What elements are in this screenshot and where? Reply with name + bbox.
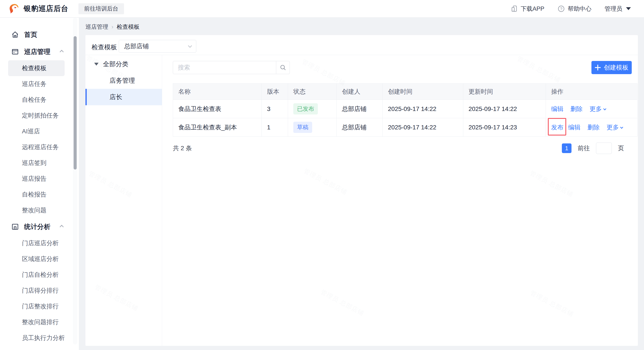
sidebar-item-store-self-check-analysis[interactable]: 门店自检分析 — [0, 267, 79, 283]
cell-created-at: 2025-09-17 14:22 — [383, 118, 463, 137]
table-row: 食品卫生检查表_副本 1 草稿 总部店铺 2025-09-17 14:22 20… — [173, 118, 638, 137]
chevron-up-icon — [60, 50, 64, 54]
edit-action[interactable]: 编辑 — [551, 105, 564, 113]
delete-action[interactable]: 删除 — [570, 105, 583, 113]
tree-node-label: 全部分类 — [103, 60, 128, 69]
cell-name: 食品卫生检查表_副本 — [173, 118, 262, 137]
tree-node-store-manager[interactable]: 店长 — [86, 89, 162, 105]
col-version: 版本 — [262, 84, 288, 100]
col-actions: 操作 — [546, 84, 638, 100]
delete-action[interactable]: 删除 — [588, 123, 600, 132]
breadcrumb-separator: › — [112, 24, 114, 30]
sidebar-scrollbar-track — [73, 18, 77, 344]
col-name: 名称 — [173, 84, 262, 100]
sidebar-scrollbar-thumb[interactable] — [74, 36, 77, 169]
col-updated-at: 更新时间 — [463, 84, 546, 100]
sidebar-item-self-check-tasks[interactable]: 自检任务 — [0, 92, 79, 108]
sidebar-section-store-patrol[interactable]: 巡店管理 — [0, 43, 79, 60]
main-content: 巡店管理 › 检查模板 检查模板 总部店铺 全部分类 店务管理 店长 — [79, 18, 644, 350]
help-center-button[interactable]: ? 帮助中心 — [558, 5, 592, 13]
templates-table: 名称 版本 状态 创建人 创建时间 更新时间 操作 食品卫生检查表 3 — [173, 83, 637, 137]
search-input[interactable] — [173, 61, 276, 74]
sidebar-item-patrol-checkin[interactable]: 巡店签到 — [0, 155, 79, 171]
more-action[interactable]: 更多 — [606, 123, 623, 132]
download-app-label: 下载APP — [521, 5, 544, 13]
chevron-down-icon — [603, 107, 606, 110]
pagination: 共 2 条 1 前往 页 — [173, 142, 624, 154]
chevron-down-icon — [188, 44, 192, 48]
search-icon — [280, 64, 286, 71]
pager-controls: 1 前往 页 — [562, 142, 624, 154]
sidebar-item-store-score-ranking[interactable]: 门店得分排行 — [0, 283, 79, 298]
sidebar-item-employee-execution-analysis[interactable]: 员工执行力分析 — [0, 330, 79, 346]
sidebar-item-ai-patrol[interactable]: AI巡店 — [0, 123, 79, 139]
sidebar-item-patrol-reports[interactable]: 巡店报告 — [0, 171, 79, 187]
sidebar-item-store-rectification-ranking[interactable]: 门店整改排行 — [0, 298, 79, 314]
breadcrumb-current: 检查模板 — [117, 23, 140, 31]
app-logo-leopard-icon — [8, 3, 20, 15]
window-panel-icon — [12, 48, 19, 56]
sidebar-item-check-templates[interactable]: 检查模板 — [8, 60, 64, 76]
caret-down-icon — [626, 7, 631, 10]
table-row: 食品卫生检查表 3 已发布 总部店铺 2025-09-17 14:22 2025… — [173, 100, 638, 118]
template-list-pane: 创建模板 名称 版本 状态 创建人 创建时间 — [162, 55, 638, 346]
header-right-group: 下载APP ? 帮助中心 管理员 — [511, 5, 631, 13]
help-center-label: 帮助中心 — [568, 5, 592, 13]
cell-updated-at: 2025-09-17 14:23 — [463, 118, 546, 137]
go-training-backend-button[interactable]: 前往培训后台 — [78, 3, 124, 14]
sidebar-item-patrol-tasks[interactable]: 巡店任务 — [0, 76, 79, 92]
sidebar-item-region-patrol-analysis[interactable]: 区域巡店分析 — [0, 251, 79, 267]
col-creator: 创建人 — [337, 84, 383, 100]
svg-text:?: ? — [560, 7, 562, 11]
sidebar-item-timed-capture-tasks[interactable]: 定时抓拍任务 — [0, 108, 79, 123]
store-select[interactable]: 总部店铺 — [119, 40, 196, 53]
sidebar-item-remote-patrol-tasks[interactable]: 远程巡店任务 — [0, 139, 79, 155]
content-card: 检查模板 总部店铺 全部分类 店务管理 店长 — [86, 35, 638, 346]
sidebar-item-rectification-issue-ranking[interactable]: 整改问题排行 — [0, 314, 79, 330]
create-template-button[interactable]: 创建模板 — [592, 61, 632, 74]
cell-creator: 总部店铺 — [337, 118, 383, 137]
sidebar-item-label: 巡店管理 — [24, 47, 50, 56]
question-circle-icon: ? — [558, 5, 565, 13]
chevron-down-icon — [620, 125, 623, 128]
cell-updated-at: 2025-09-17 14:22 — [463, 100, 546, 118]
goto-page-input[interactable] — [596, 142, 612, 154]
cell-version: 1 — [262, 118, 288, 137]
category-tree: 全部分类 店务管理 店长 — [86, 55, 162, 346]
sidebar-item-home[interactable]: 首页 — [0, 26, 79, 43]
sidebar-item-label: 统计分析 — [24, 222, 50, 231]
table-header-row: 名称 版本 状态 创建人 创建时间 更新时间 操作 — [173, 84, 638, 100]
sidebar-section-statistics[interactable]: 统计分析 — [0, 218, 79, 235]
cell-version: 3 — [262, 100, 288, 118]
tree-node-all-categories[interactable]: 全部分类 — [86, 56, 162, 72]
sidebar-item-store-patrol-analysis[interactable]: 门店巡店分析 — [0, 235, 79, 251]
cell-actions: 发布 编辑 删除 更多 — [546, 118, 638, 137]
create-template-label: 创建模板 — [604, 63, 628, 72]
top-header: 银豹巡店后台 前往培训后台 下载APP ? 帮助中心 管理员 — [0, 0, 644, 18]
cell-created-at: 2025-09-17 14:22 — [383, 100, 463, 118]
sidebar-item-rectification-issues[interactable]: 整改问题 — [0, 202, 79, 218]
plus-icon — [595, 65, 601, 70]
publish-action[interactable]: 发布 — [551, 123, 564, 132]
edit-action[interactable]: 编辑 — [568, 123, 580, 132]
store-select-value: 总部店铺 — [124, 42, 149, 50]
account-menu[interactable]: 管理员 — [604, 5, 631, 13]
sidebar-item-self-check-reports[interactable]: 自检报告 — [0, 187, 79, 202]
search-button[interactable] — [276, 61, 290, 74]
sidebar-item-label: 首页 — [24, 30, 37, 39]
sidebar-nav: 首页 巡店管理 检查模板 巡店任务 自检任务 定时抓拍任务 AI巡店 远程巡店任… — [0, 18, 79, 350]
tree-node-store-affairs[interactable]: 店务管理 — [86, 72, 162, 89]
account-name: 管理员 — [604, 5, 622, 13]
total-count: 共 2 条 — [173, 144, 192, 152]
breadcrumb-parent[interactable]: 巡店管理 — [86, 23, 108, 31]
status-badge-published: 已发布 — [293, 103, 318, 114]
goto-label: 前往 — [578, 144, 590, 152]
col-status: 状态 — [288, 84, 337, 100]
chart-board-icon — [12, 223, 19, 231]
download-app-button[interactable]: 下载APP — [511, 5, 544, 13]
page-1-button[interactable]: 1 — [562, 143, 572, 153]
more-action[interactable]: 更多 — [590, 105, 606, 113]
search-group — [173, 61, 290, 74]
caret-down-icon — [94, 63, 98, 66]
status-badge-draft: 草稿 — [293, 122, 312, 133]
